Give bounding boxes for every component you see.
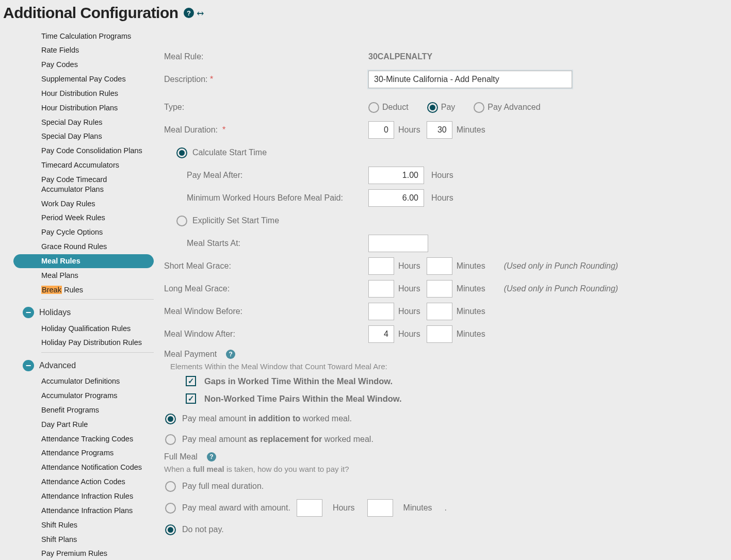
type-pay-advanced-radio[interactable] xyxy=(474,102,484,113)
full-duration-radio[interactable] xyxy=(165,481,176,492)
meal-starts-input[interactable] xyxy=(368,235,428,252)
type-pay-radio[interactable] xyxy=(427,102,438,113)
sidebar-item[interactable]: Special Day Plans xyxy=(13,129,154,144)
sidebar-item[interactable]: Hour Distribution Rules xyxy=(13,86,154,101)
long-grace-hours-input[interactable] xyxy=(368,280,394,298)
punch-note: (Used only in Punch Rounding) xyxy=(504,284,618,293)
sidebar-item[interactable]: Supplemental Pay Codes xyxy=(13,72,154,87)
window-before-label: Meal Window Before: xyxy=(164,307,368,316)
window-before-minutes-input[interactable] xyxy=(427,303,452,320)
sidebar-item[interactable]: Benefit Programs xyxy=(13,403,154,417)
sidebar-item[interactable]: Pay Codes xyxy=(13,58,154,72)
sidebar-item[interactable]: Attendance Notification Codes xyxy=(13,460,154,475)
sidebar-item-break-rules[interactable]: Break Rules xyxy=(13,283,154,297)
sidebar-item[interactable]: Rate Fields xyxy=(13,43,154,58)
sidebar-item[interactable]: Timecard Accumulators xyxy=(13,158,154,173)
help-icon[interactable]: ? xyxy=(184,8,194,18)
explicit-start-radio[interactable] xyxy=(176,216,187,226)
sidebar-item[interactable]: Pay Premium Rules xyxy=(13,547,154,560)
pay-meal-after-input[interactable] xyxy=(368,167,424,184)
sidebar-item[interactable]: Holiday Pay Distribution Rules xyxy=(13,336,154,350)
calculate-start-radio[interactable] xyxy=(176,147,187,158)
sidebar-item-meal-rules[interactable]: Meal Rules xyxy=(13,254,154,269)
nav-group-advanced[interactable]: − Advanced xyxy=(13,355,154,374)
min-worked-label: Minimum Worked Hours Before Meal Paid: xyxy=(164,193,368,203)
sidebar-item[interactable]: Time Calculation Programs xyxy=(13,29,154,43)
elements-text: Elements Within the Meal Window that Cou… xyxy=(170,362,725,371)
do-not-pay-radio[interactable] xyxy=(165,524,176,535)
award-hours-input[interactable] xyxy=(297,499,322,517)
nav-divider xyxy=(41,299,154,300)
description-label: Description: * xyxy=(164,75,368,84)
sidebar-item[interactable]: Meal Plans xyxy=(13,268,154,283)
short-grace-label: Short Meal Grace: xyxy=(164,261,368,271)
page-title-text: Additional Configuration xyxy=(3,4,178,22)
sidebar-item[interactable]: Attendance Infraction Plans xyxy=(13,503,154,518)
sidebar-item[interactable]: Holiday Qualification Rules xyxy=(13,321,154,336)
nonworked-checkbox[interactable] xyxy=(186,393,196,404)
full-meal-section: Full Meal ? xyxy=(164,452,725,462)
punch-note: (Used only in Punch Rounding) xyxy=(504,261,618,271)
sidebar-item[interactable]: Day Part Rule xyxy=(13,417,154,432)
sidebar-item[interactable]: Hour Distribution Plans xyxy=(13,101,154,115)
window-after-label: Meal Window After: xyxy=(164,330,368,339)
collapse-icon[interactable]: − xyxy=(23,360,34,371)
sidebar-item[interactable]: Attendance Infraction Rules xyxy=(13,489,154,503)
sidebar-item[interactable]: Pay Cycle Options xyxy=(13,225,154,240)
full-meal-question: When a full meal is taken, how do you wa… xyxy=(164,465,725,473)
duration-hours-input[interactable] xyxy=(368,121,394,139)
award-radio[interactable] xyxy=(165,503,176,514)
form-panel: Meal Rule: 30CALPENALTY Description: * T… xyxy=(164,29,725,560)
help-icon[interactable]: ? xyxy=(226,350,235,359)
long-grace-minutes-input[interactable] xyxy=(427,280,452,298)
sidebar-item[interactable]: Grace Round Rules xyxy=(13,240,154,254)
page-title: Additional Configuration ? ⤢ xyxy=(3,4,725,22)
window-after-hours-input[interactable] xyxy=(368,325,394,343)
short-grace-hours-input[interactable] xyxy=(368,257,394,275)
sidebar: Time Calculation Programs Rate Fields Pa… xyxy=(3,29,154,560)
duration-minutes-input[interactable] xyxy=(427,121,452,139)
sidebar-item[interactable]: Pay Code Timecard Accumulator Plans xyxy=(13,172,154,196)
search-highlight: Break xyxy=(41,286,62,294)
gaps-checkbox[interactable] xyxy=(186,376,196,386)
pay-replacement-radio[interactable] xyxy=(165,434,176,445)
pay-addition-radio[interactable] xyxy=(165,414,176,424)
help-icon[interactable]: ? xyxy=(207,452,216,462)
explicit-start-row: Explicitly Set Start Time xyxy=(164,216,368,226)
sidebar-item[interactable]: Accumulator Programs xyxy=(13,389,154,403)
type-label: Type: xyxy=(164,103,368,112)
long-grace-label: Long Meal Grace: xyxy=(164,284,368,293)
collapse-icon[interactable]: − xyxy=(23,307,34,318)
sidebar-item[interactable]: Period Week Rules xyxy=(13,211,154,225)
pay-meal-after-label: Pay Meal After: xyxy=(164,171,368,180)
meal-rule-label: Meal Rule: xyxy=(164,52,368,61)
award-minutes-input[interactable] xyxy=(367,499,393,517)
meal-duration-label: Meal Duration: * xyxy=(164,125,368,135)
sidebar-item[interactable]: Attendance Programs xyxy=(13,446,154,460)
calc-start-row: Calculate Start Time xyxy=(164,147,368,158)
sidebar-item[interactable]: Attendance Action Codes xyxy=(13,475,154,489)
window-before-hours-input[interactable] xyxy=(368,303,394,320)
meal-rule-value: 30CALPENALTY xyxy=(368,52,432,61)
min-worked-input[interactable] xyxy=(368,189,424,207)
nav-divider xyxy=(41,352,154,353)
sidebar-item[interactable]: Shift Rules xyxy=(13,518,154,532)
type-deduct-radio[interactable] xyxy=(368,102,379,113)
sidebar-item[interactable]: Work Day Rules xyxy=(13,196,154,211)
sidebar-item[interactable]: Special Day Rules xyxy=(13,115,154,129)
short-grace-minutes-input[interactable] xyxy=(427,257,452,275)
sidebar-item[interactable]: Accumulator Definitions xyxy=(13,374,154,389)
sidebar-item[interactable]: Shift Plans xyxy=(13,532,154,547)
expand-icon[interactable]: ⤢ xyxy=(194,7,206,19)
meal-starts-label: Meal Starts At: xyxy=(164,239,368,248)
description-input[interactable] xyxy=(368,71,572,88)
sidebar-item[interactable]: Pay Code Consolidation Plans xyxy=(13,144,154,158)
sidebar-item[interactable]: Attendance Tracking Codes xyxy=(13,432,154,446)
window-after-minutes-input[interactable] xyxy=(427,325,452,343)
nav-group-holidays[interactable]: − Holidays xyxy=(13,302,154,321)
meal-payment-section: Meal Payment ? xyxy=(164,350,725,359)
